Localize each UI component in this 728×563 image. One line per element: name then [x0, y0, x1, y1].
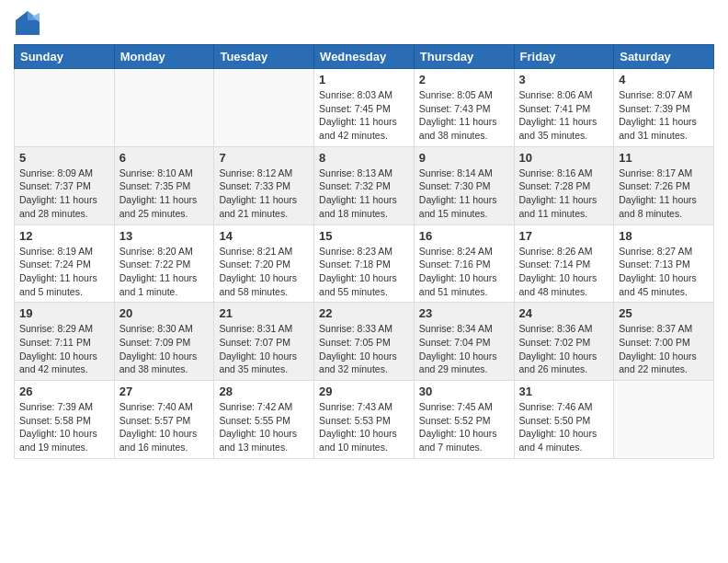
sunrise-text: Sunrise: 8:31 AM — [219, 323, 292, 334]
sunset-text: Sunset: 7:04 PM — [419, 337, 491, 348]
weekday-header-monday: Monday — [114, 45, 214, 69]
sunset-text: Sunset: 7:28 PM — [519, 180, 591, 191]
daylight-text: Daylight: 11 hours and 35 minutes. — [519, 116, 597, 141]
calendar-cell: 2Sunrise: 8:05 AMSunset: 7:43 PMDaylight… — [414, 69, 514, 147]
sunrise-text: Sunrise: 8:17 AM — [619, 167, 692, 178]
day-info: Sunrise: 8:14 AMSunset: 7:30 PMDaylight:… — [419, 167, 509, 221]
sunrise-text: Sunrise: 7:40 AM — [119, 401, 193, 412]
sunset-text: Sunset: 7:45 PM — [319, 103, 391, 114]
day-info: Sunrise: 8:19 AMSunset: 7:24 PMDaylight:… — [19, 245, 109, 299]
sunrise-text: Sunrise: 7:45 AM — [419, 401, 493, 412]
calendar-cell — [114, 69, 214, 147]
day-number: 2 — [419, 73, 509, 86]
sunrise-text: Sunrise: 8:24 AM — [419, 246, 493, 257]
calendar-cell: 7Sunrise: 8:12 AMSunset: 7:33 PMDaylight… — [214, 146, 314, 224]
daylight-text: Daylight: 10 hours and 4 minutes. — [519, 428, 597, 453]
day-number: 27 — [119, 385, 210, 398]
daylight-text: Daylight: 10 hours and 55 minutes. — [319, 272, 397, 297]
week-row-3: 12Sunrise: 8:19 AMSunset: 7:24 PMDayligh… — [15, 224, 714, 303]
sunrise-text: Sunrise: 8:05 AM — [419, 89, 493, 100]
day-info: Sunrise: 7:39 AMSunset: 5:58 PMDaylight:… — [19, 400, 109, 454]
day-number: 1 — [319, 73, 409, 86]
calendar-cell: 16Sunrise: 8:24 AMSunset: 7:16 PMDayligh… — [414, 224, 514, 303]
sunrise-text: Sunrise: 8:26 AM — [519, 246, 593, 257]
sunset-text: Sunset: 7:11 PM — [19, 337, 91, 348]
daylight-text: Daylight: 10 hours and 26 minutes. — [519, 350, 597, 375]
calendar-cell: 3Sunrise: 8:06 AMSunset: 7:41 PMDaylight… — [514, 69, 614, 147]
day-info: Sunrise: 8:24 AMSunset: 7:16 PMDaylight:… — [419, 245, 509, 299]
daylight-text: Daylight: 10 hours and 22 minutes. — [619, 350, 697, 375]
week-row-5: 26Sunrise: 7:39 AMSunset: 5:58 PMDayligh… — [15, 381, 714, 459]
daylight-text: Daylight: 11 hours and 38 minutes. — [419, 116, 497, 141]
sunrise-text: Sunrise: 8:36 AM — [519, 323, 593, 334]
calendar-cell: 11Sunrise: 8:17 AMSunset: 7:26 PMDayligh… — [614, 146, 714, 224]
sunset-text: Sunset: 5:52 PM — [419, 415, 491, 426]
daylight-text: Daylight: 11 hours and 11 minutes. — [519, 194, 597, 219]
sunrise-text: Sunrise: 8:16 AM — [519, 167, 593, 178]
sunset-text: Sunset: 7:33 PM — [219, 180, 290, 191]
calendar-cell: 24Sunrise: 8:36 AMSunset: 7:02 PMDayligh… — [514, 303, 614, 381]
daylight-text: Daylight: 11 hours and 8 minutes. — [619, 194, 697, 219]
weekday-header-sunday: Sunday — [15, 45, 115, 69]
weekday-header-wednesday: Wednesday — [314, 45, 415, 69]
day-info: Sunrise: 8:05 AMSunset: 7:43 PMDaylight:… — [419, 88, 509, 143]
sunset-text: Sunset: 7:22 PM — [119, 259, 191, 270]
day-info: Sunrise: 8:26 AMSunset: 7:14 PMDaylight:… — [519, 245, 609, 299]
day-number: 16 — [419, 229, 509, 243]
calendar-cell: 21Sunrise: 8:31 AMSunset: 7:07 PMDayligh… — [214, 303, 314, 381]
daylight-text: Daylight: 10 hours and 38 minutes. — [119, 350, 198, 375]
day-number: 28 — [219, 385, 309, 398]
sunset-text: Sunset: 7:20 PM — [219, 259, 290, 270]
page-header — [14, 9, 714, 37]
sunset-text: Sunset: 7:41 PM — [519, 103, 591, 114]
day-number: 14 — [219, 229, 309, 243]
weekday-header-friday: Friday — [514, 45, 614, 69]
day-info: Sunrise: 8:23 AMSunset: 7:18 PMDaylight:… — [319, 245, 409, 299]
sunrise-text: Sunrise: 8:34 AM — [419, 323, 493, 334]
day-info: Sunrise: 8:20 AMSunset: 7:22 PMDaylight:… — [119, 245, 210, 299]
daylight-text: Daylight: 11 hours and 21 minutes. — [219, 194, 297, 219]
sunrise-text: Sunrise: 7:39 AM — [19, 401, 93, 412]
calendar-cell: 22Sunrise: 8:33 AMSunset: 7:05 PMDayligh… — [314, 303, 415, 381]
day-number: 12 — [19, 229, 109, 243]
day-number: 19 — [19, 306, 109, 320]
day-info: Sunrise: 8:34 AMSunset: 7:04 PMDaylight:… — [419, 322, 509, 376]
daylight-text: Daylight: 10 hours and 42 minutes. — [19, 350, 97, 375]
daylight-text: Daylight: 10 hours and 51 minutes. — [419, 272, 497, 297]
day-number: 4 — [619, 73, 709, 86]
sunrise-text: Sunrise: 8:03 AM — [319, 89, 392, 100]
calendar-cell: 17Sunrise: 8:26 AMSunset: 7:14 PMDayligh… — [514, 224, 614, 303]
sunset-text: Sunset: 7:14 PM — [519, 259, 591, 270]
calendar-cell: 5Sunrise: 8:09 AMSunset: 7:37 PMDaylight… — [15, 146, 115, 224]
calendar-cell: 25Sunrise: 8:37 AMSunset: 7:00 PMDayligh… — [614, 303, 714, 381]
sunset-text: Sunset: 7:39 PM — [619, 103, 690, 114]
day-number: 17 — [519, 229, 609, 243]
day-info: Sunrise: 8:12 AMSunset: 7:33 PMDaylight:… — [219, 167, 309, 221]
day-number: 24 — [519, 306, 609, 320]
calendar-cell: 15Sunrise: 8:23 AMSunset: 7:18 PMDayligh… — [314, 224, 415, 303]
sunrise-text: Sunrise: 8:19 AM — [19, 246, 93, 257]
calendar-cell: 6Sunrise: 8:10 AMSunset: 7:35 PMDaylight… — [114, 146, 214, 224]
daylight-text: Daylight: 11 hours and 42 minutes. — [319, 116, 397, 141]
sunset-text: Sunset: 7:26 PM — [619, 180, 690, 191]
sunset-text: Sunset: 7:18 PM — [319, 259, 391, 270]
daylight-text: Daylight: 10 hours and 45 minutes. — [619, 272, 697, 297]
sunset-text: Sunset: 7:13 PM — [619, 259, 690, 270]
daylight-text: Daylight: 11 hours and 28 minutes. — [19, 194, 97, 219]
day-number: 22 — [319, 306, 409, 320]
daylight-text: Daylight: 10 hours and 19 minutes. — [19, 428, 97, 453]
day-number: 13 — [119, 229, 210, 243]
sunset-text: Sunset: 5:58 PM — [19, 415, 91, 426]
daylight-text: Daylight: 11 hours and 15 minutes. — [419, 194, 497, 219]
day-info: Sunrise: 8:29 AMSunset: 7:11 PMDaylight:… — [19, 322, 109, 376]
sunrise-text: Sunrise: 8:27 AM — [619, 246, 692, 257]
day-number: 26 — [19, 385, 109, 398]
day-number: 31 — [519, 385, 609, 398]
day-number: 20 — [119, 306, 210, 320]
day-info: Sunrise: 7:43 AMSunset: 5:53 PMDaylight:… — [319, 400, 409, 454]
day-info: Sunrise: 8:37 AMSunset: 7:00 PMDaylight:… — [619, 322, 709, 376]
day-number: 29 — [319, 385, 409, 398]
sunrise-text: Sunrise: 8:10 AM — [119, 167, 193, 178]
calendar-cell: 14Sunrise: 8:21 AMSunset: 7:20 PMDayligh… — [214, 224, 314, 303]
day-number: 30 — [419, 385, 509, 398]
